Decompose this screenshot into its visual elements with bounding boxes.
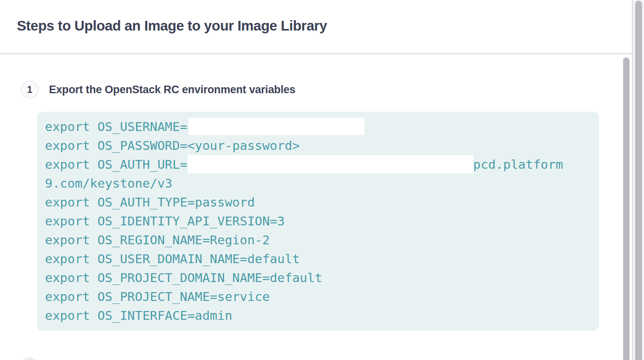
code-text: export OS_PROJECT_DOMAIN_NAME=default bbox=[45, 270, 322, 285]
code-line-password: export OS_PASSWORD=<your-password> bbox=[45, 136, 591, 155]
code-line-auth-type: export OS_AUTH_TYPE=password bbox=[45, 192, 591, 211]
step-1-heading: Export the OpenStack RC environment vari… bbox=[49, 84, 296, 96]
code-text: export OS_REGION_NAME=Region-2 bbox=[45, 233, 270, 247]
code-text: export OS_INTERFACE=admin bbox=[45, 308, 232, 323]
code-text: pcd.platform bbox=[473, 157, 563, 172]
code-line-region: export OS_REGION_NAME=Region-2 bbox=[45, 230, 591, 249]
step-2-number-badge bbox=[21, 358, 39, 360]
code-line-user-domain: export OS_USER_DOMAIN_NAME=default bbox=[45, 249, 591, 268]
code-line-auth-url-wrap: 9.com/keystone/v3 bbox=[45, 174, 591, 192]
code-text: export OS_IDENTITY_API_VERSION=3 bbox=[45, 214, 285, 228]
code-line-project-domain: export OS_PROJECT_DOMAIN_NAME=default bbox=[45, 268, 591, 287]
code-text: export OS_PROJECT_NAME=service bbox=[45, 289, 270, 304]
code-line-interface: export OS_INTERFACE=admin bbox=[45, 306, 591, 325]
code-line-identity-api: export OS_IDENTITY_API_VERSION=3 bbox=[45, 211, 591, 230]
step-1-number-badge: 1 bbox=[21, 81, 39, 98]
redacted-username-value bbox=[189, 118, 365, 135]
code-text: export OS_USERNAME= bbox=[45, 119, 187, 134]
code-line-project-name: export OS_PROJECT_NAME=service bbox=[45, 287, 591, 306]
documentation-panel: Steps to Upload an Image to your Image L… bbox=[0, 0, 644, 360]
step-1-number: 1 bbox=[27, 84, 32, 95]
openstack-rc-code-block: export OS_USERNAME= export OS_PASSWORD=<… bbox=[37, 112, 599, 331]
content-scrollbar-thumb[interactable] bbox=[623, 57, 630, 360]
code-text: export OS_AUTH_URL= bbox=[45, 157, 187, 172]
steps-content: 1 Export the OpenStack RC environment va… bbox=[0, 54, 632, 360]
code-line-auth-url: export OS_AUTH_URL= pcd.platform bbox=[45, 155, 591, 174]
step-1-row: 1 Export the OpenStack RC environment va… bbox=[21, 81, 296, 98]
code-text: export OS_AUTH_TYPE=password bbox=[45, 195, 255, 209]
code-text: export OS_USER_DOMAIN_NAME=default bbox=[45, 252, 300, 266]
page-title: Steps to Upload an Image to your Image L… bbox=[17, 18, 327, 34]
code-text: export OS_PASSWORD=<your-password> bbox=[45, 138, 300, 153]
page-scrollbar-thumb[interactable] bbox=[635, 1, 642, 360]
code-line-username: export OS_USERNAME= bbox=[45, 117, 591, 136]
page-scrollbar-track[interactable] bbox=[632, 0, 644, 360]
code-text: 9.com/keystone/v3 bbox=[45, 176, 172, 190]
redacted-auth-url-value bbox=[187, 155, 473, 173]
page-header: Steps to Upload an Image to your Image L… bbox=[0, 0, 632, 54]
